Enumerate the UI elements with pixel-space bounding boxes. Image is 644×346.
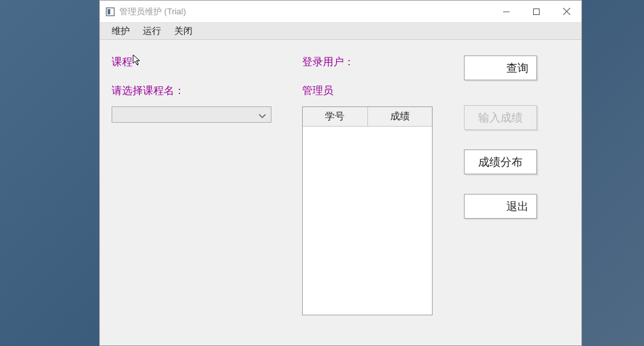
exit-button-label: 退出: [506, 199, 529, 214]
minimize-button[interactable]: [491, 1, 521, 22]
menu-run[interactable]: 运行: [136, 24, 168, 39]
app-window: 管理员维护 (Trial) 维护 运行 关闭 课程： 请选择课程名： 登录用户：…: [99, 0, 582, 346]
svg-rect-1: [108, 9, 110, 14]
maximize-button[interactable]: [521, 1, 551, 22]
score-distribution-button[interactable]: 成绩分布: [464, 149, 537, 174]
course-combobox[interactable]: [112, 106, 271, 123]
score-grid[interactable]: 学号 成绩: [302, 106, 433, 315]
query-button[interactable]: 查询: [464, 55, 537, 80]
label-select-course: 请选择课程名：: [112, 84, 185, 98]
exit-button[interactable]: 退出: [464, 194, 537, 219]
label-course: 课程：: [112, 55, 143, 69]
close-button[interactable]: [551, 1, 581, 22]
content-area: 课程： 请选择课程名： 登录用户： 管理员 学号 成绩 查询 输入成绩 成绩分布: [100, 40, 581, 345]
label-admin: 管理员: [302, 84, 333, 98]
score-distribution-button-label: 成绩分布: [478, 155, 523, 170]
chevron-down-icon: [259, 109, 266, 121]
grid-header: 学号 成绩: [303, 107, 432, 127]
query-button-label: 查询: [506, 61, 529, 76]
col-score[interactable]: 成绩: [368, 107, 433, 127]
app-icon: [105, 7, 115, 17]
menu-maintain[interactable]: 维护: [105, 24, 136, 39]
menu-close[interactable]: 关闭: [168, 24, 199, 39]
titlebar: 管理员维护 (Trial): [100, 1, 581, 23]
input-score-button-label: 输入成绩: [478, 110, 523, 125]
window-controls: [491, 1, 581, 22]
label-login-user: 登录用户：: [302, 55, 354, 69]
col-student-id[interactable]: 学号: [303, 107, 368, 127]
window-title: 管理员维护 (Trial): [119, 6, 491, 18]
svg-rect-3: [534, 8, 540, 14]
menubar: 维护 运行 关闭: [100, 23, 581, 40]
input-score-button: 输入成绩: [464, 105, 537, 130]
